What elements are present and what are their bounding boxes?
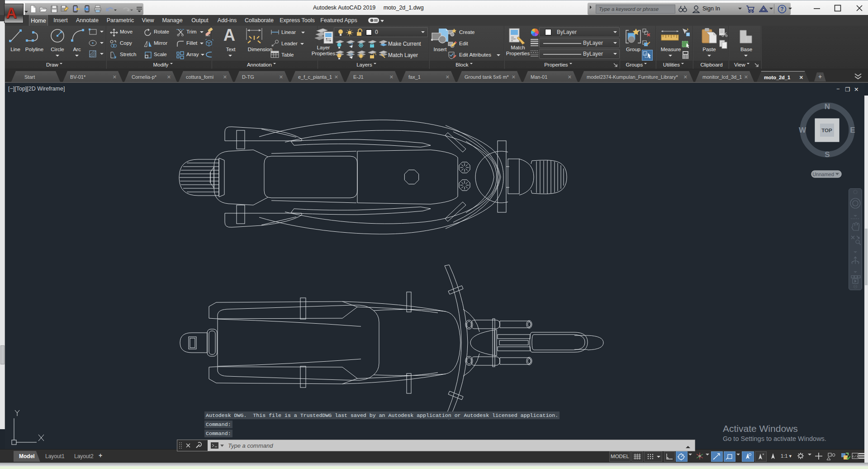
svg-text:TOP: TOP xyxy=(821,128,832,133)
svg-text:W: W xyxy=(799,126,806,134)
svg-text:Unnamed: Unnamed xyxy=(812,172,834,177)
svg-text:E: E xyxy=(850,126,855,134)
svg-text:N: N xyxy=(825,102,830,111)
svg-text:S: S xyxy=(825,150,830,159)
